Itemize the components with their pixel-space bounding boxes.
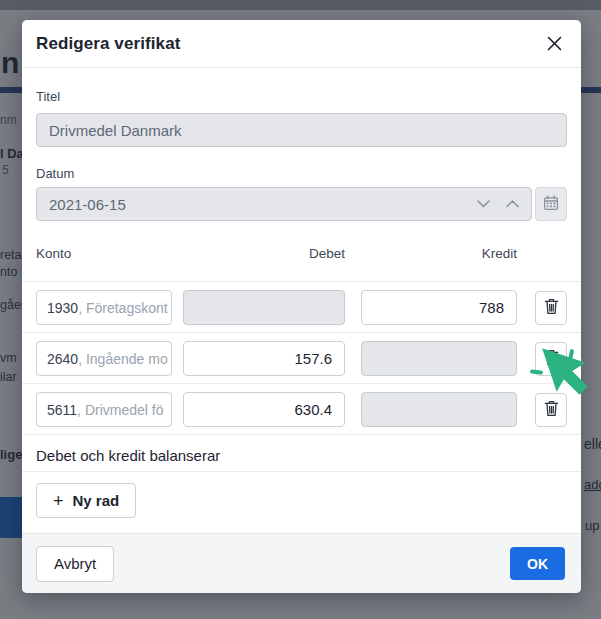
titel-input: [36, 113, 567, 147]
table-row: 1930, Företagskont: [22, 282, 581, 333]
account-number: 2640: [47, 351, 78, 367]
table-row: 2640, Ingående mo: [22, 333, 581, 384]
titel-label: Titel: [36, 90, 567, 104]
new-row-button[interactable]: + Ny rad: [36, 483, 136, 518]
account-name: , Drivmedel fö: [77, 402, 163, 418]
debet-input[interactable]: [183, 341, 345, 376]
kredit-column-header: Kredit: [361, 246, 517, 261]
table-row: 5611, Drivmedel fö: [22, 384, 581, 435]
datum-input: 2021-06-15: [36, 187, 532, 221]
kredit-input: [361, 341, 517, 376]
dialog-header: Redigera verifikat: [22, 20, 581, 68]
close-button[interactable]: [543, 33, 565, 55]
delete-row-button[interactable]: [535, 291, 567, 325]
voucher-rows: 1930, Företagskont 2640, Ing: [22, 281, 581, 435]
debet-column-header: Debet: [183, 246, 345, 261]
chevron-down-icon: [477, 200, 490, 208]
dialog-footer: Avbryt OK: [22, 533, 581, 593]
account-select[interactable]: 2640, Ingående mo: [36, 341, 172, 376]
konto-column-header: Konto: [36, 246, 172, 261]
calendar-button[interactable]: [535, 187, 567, 221]
chevron-up-icon: [506, 200, 519, 208]
delete-row-button[interactable]: [535, 393, 567, 427]
calendar-icon: [543, 195, 559, 214]
kredit-input[interactable]: [361, 290, 517, 325]
new-row-label: Ny rad: [73, 492, 120, 509]
trash-icon: [544, 298, 559, 318]
plus-icon: +: [53, 492, 64, 510]
account-name: , Ingående mo: [78, 351, 168, 367]
account-number: 5611: [47, 402, 77, 418]
trash-icon: [544, 400, 559, 420]
balance-status-text: Debet och kredit balanserar: [22, 435, 581, 472]
datum-value: 2021-06-15: [49, 196, 477, 213]
account-number: 1930: [47, 300, 78, 316]
table-column-headers: Konto Debet Kredit: [22, 246, 581, 261]
datum-label: Datum: [36, 167, 567, 181]
delete-row-button[interactable]: [535, 342, 567, 376]
debet-input[interactable]: [183, 392, 345, 427]
cancel-button[interactable]: Avbryt: [36, 546, 114, 582]
kredit-input: [361, 392, 517, 427]
debet-input: [183, 290, 345, 325]
ok-button[interactable]: OK: [510, 547, 565, 580]
account-select[interactable]: 5611, Drivmedel fö: [36, 392, 172, 427]
account-select[interactable]: 1930, Företagskont: [36, 290, 172, 325]
dialog-title: Redigera verifikat: [36, 34, 180, 54]
close-icon: [547, 36, 562, 51]
trash-icon: [544, 349, 559, 369]
edit-voucher-dialog: Redigera verifikat Titel Datum 2021-06-1…: [22, 20, 581, 593]
account-name: , Företagskont: [78, 300, 168, 316]
